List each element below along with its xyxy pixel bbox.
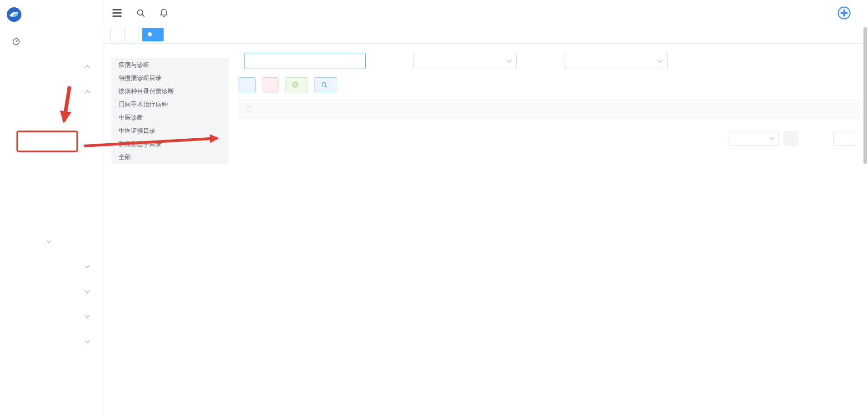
- sidebar-item-national-code-catalog[interactable]: [0, 154, 102, 179]
- sidebar-item-business-rules[interactable]: [0, 304, 102, 329]
- bell-icon[interactable]: [160, 8, 168, 17]
- query-button[interactable]: [314, 77, 337, 92]
- catalog-item[interactable]: 日间手术治疗病种: [111, 98, 229, 111]
- chevron-down-icon: [47, 239, 51, 243]
- disable-button[interactable]: [262, 77, 279, 92]
- sidebar-item-base-data[interactable]: [0, 279, 102, 304]
- toolbar: [239, 77, 860, 92]
- content: 疾病与诊断特慢病诊断目录按病种目录付费诊断日间手术治疗病种中医诊断中医证候目录肿…: [102, 44, 868, 416]
- disease-search-input[interactable]: [244, 53, 366, 69]
- goto-page-input[interactable]: [833, 131, 856, 146]
- diagnosis-table: [239, 99, 860, 119]
- app-brand: [0, 0, 102, 29]
- hamburger-icon[interactable]: [112, 9, 122, 17]
- sidebar-item-diagnosis-catalog[interactable]: [0, 129, 102, 154]
- circle-check-icon: [292, 82, 298, 88]
- sidebar-item-catalog-mgmt[interactable]: [0, 79, 102, 104]
- active-tab-dot: [148, 32, 152, 36]
- chevron-down-icon: [658, 58, 663, 62]
- chevron-up-icon: [85, 65, 90, 70]
- sidebar-item-menu-mgmt[interactable]: [0, 354, 102, 379]
- search-icon: [321, 82, 327, 88]
- chevron-down-icon: [507, 58, 512, 62]
- sidebar-item-tenant-mgmt[interactable]: [0, 254, 102, 279]
- catalog-item[interactable]: 中医诊断: [111, 111, 229, 124]
- chevron-down-icon: [85, 314, 90, 318]
- topbar: [102, 0, 868, 25]
- goto-page: [830, 131, 860, 146]
- catalog-item[interactable]: 中医证候目录: [111, 124, 229, 137]
- catalog-item[interactable]: 疾病与诊断: [111, 58, 229, 71]
- main-area: 疾病与诊断特慢病诊断目录按病种目录付费诊断日间手术治疗病种中医诊断中医证候目录肿…: [102, 0, 868, 416]
- select-all-checkbox[interactable]: [247, 106, 253, 112]
- filters-row: [239, 53, 860, 69]
- catalog-item[interactable]: 按病种目录付费诊断: [111, 85, 229, 98]
- chevron-up-icon: [85, 90, 90, 95]
- sidebar: [0, 0, 102, 416]
- tabs-bar: [102, 25, 868, 44]
- tab-home[interactable]: [110, 28, 121, 41]
- sidebar-item-treatment-catalog[interactable]: [0, 204, 102, 229]
- sidebar-item-drug-catalog[interactable]: [0, 104, 102, 129]
- tab-department-mgmt[interactable]: [125, 28, 139, 41]
- disease-catalog-panel: 疾病与诊断特慢病诊断目录按病种目录付费诊断日间手术治疗病种中医诊断中医证候目录肿…: [111, 53, 229, 416]
- app-logo: [6, 6, 22, 23]
- catalog-item[interactable]: 特慢病诊断目录: [111, 71, 229, 85]
- add-item-button[interactable]: [239, 77, 256, 92]
- table-header: [239, 99, 860, 119]
- prev-page-button[interactable]: [783, 131, 798, 146]
- sidebar-item-usability-config[interactable]: [0, 329, 102, 354]
- sidebar-item-catalog-compare[interactable]: [0, 229, 102, 254]
- app-window: 疾病与诊断特慢病诊断目录按病种目录付费诊断日间手术治疗病种中医诊断中医证候目录肿…: [0, 0, 868, 416]
- chevron-down-icon: [770, 135, 775, 140]
- avatar: [837, 6, 851, 20]
- catalog-item[interactable]: 肿瘤形态学目录: [111, 137, 229, 150]
- sidebar-menu: [0, 29, 102, 404]
- chevron-down-icon: [85, 289, 90, 293]
- sidebar-item-consumable-catalog[interactable]: [0, 179, 102, 204]
- tab-diagnosis-catalog[interactable]: [142, 28, 164, 41]
- status-select[interactable]: [413, 53, 517, 69]
- sidebar-item-notice[interactable]: [0, 379, 102, 404]
- chevron-down-icon: [85, 339, 90, 343]
- diagnosis-panel: [239, 53, 860, 416]
- sidebar-item-system-mgmt[interactable]: [0, 54, 102, 79]
- catalog-list: 疾病与诊断特慢病诊断目录按病种目录付费诊断日间手术治疗病种中医诊断中医证候目录肿…: [111, 58, 229, 164]
- catalog-item[interactable]: 全部: [111, 150, 229, 164]
- user-menu[interactable]: [837, 6, 855, 20]
- vertical-scrollbar[interactable]: [863, 27, 867, 164]
- diagnosis-type-select[interactable]: [564, 53, 668, 69]
- chevron-down-icon: [85, 264, 90, 268]
- pagination: [239, 131, 860, 146]
- enable-button[interactable]: [285, 77, 308, 92]
- sidebar-item-home[interactable]: [0, 29, 102, 54]
- search-icon[interactable]: [136, 9, 145, 17]
- page-size-select[interactable]: [729, 131, 779, 146]
- dashboard-icon: [12, 38, 20, 45]
- next-page-button[interactable]: [808, 131, 823, 146]
